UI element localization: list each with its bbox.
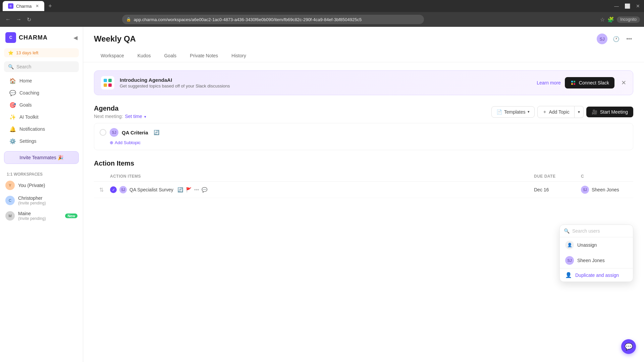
action-title-text: QA Specialist Survey xyxy=(129,187,173,192)
dropdown-item-duplicate[interactable]: 👤 Duplicate and assign xyxy=(560,268,633,282)
action-title-cell: ✓ SJ QA Specialist Survey 🔄 🚩 ••• 💬 xyxy=(110,186,534,193)
sidebar-item-label: Coaching xyxy=(19,90,39,96)
forward-btn[interactable]: → xyxy=(15,15,23,24)
col-action-items: Action Items xyxy=(110,174,534,179)
banner-title: Introducing AgendaAI xyxy=(120,77,531,83)
tab-kudos[interactable]: Kudos xyxy=(131,50,158,62)
window-controls: — ⬜ ✕ xyxy=(613,3,641,9)
page-title: Weekly QA xyxy=(94,34,136,44)
page-content: Introducing AgendaAI Get suggested topic… xyxy=(83,62,644,362)
templates-btn[interactable]: 📄 Templates ▾ xyxy=(491,106,535,118)
unassign-label: Unassign xyxy=(577,242,597,248)
action-items-title: Action Items xyxy=(94,160,633,167)
browser-tab[interactable]: C Charma ✕ xyxy=(3,1,44,11)
add-topic-btn[interactable]: ＋ Add Topic xyxy=(537,106,575,118)
goals-icon: 🎯 xyxy=(9,102,16,108)
add-topic-split-btn[interactable]: ▾ xyxy=(575,106,584,118)
dropdown-search-box[interactable]: 🔍 xyxy=(560,225,633,237)
connect-slack-label: Connect Slack xyxy=(579,80,609,85)
sidebar-search[interactable]: 🔍 Search xyxy=(4,61,79,72)
plus-subtopic-icon: ⊕ xyxy=(110,140,113,145)
reload-btn[interactable]: ↻ xyxy=(25,15,33,24)
chat-bubble-btn[interactable]: 💬 xyxy=(621,339,636,354)
action-comment-icon[interactable]: 💬 xyxy=(202,187,207,192)
start-meeting-btn[interactable]: 🎥 Start Meeting xyxy=(586,107,633,117)
banner-close-btn[interactable]: ✕ xyxy=(621,79,626,86)
set-time-link[interactable]: Set time ▾ xyxy=(125,114,146,119)
row-drag-handle[interactable]: ⇅ xyxy=(99,187,110,193)
sidebar-item-notifications[interactable]: 🔔 Notifications xyxy=(3,123,80,135)
topic-checkbox[interactable] xyxy=(100,129,106,136)
sidebar-item-label: AI Toolkit xyxy=(19,114,39,120)
workspace-name-maine: Maine (Invite pending) xyxy=(18,211,46,221)
home-icon: 🏠 xyxy=(9,77,16,84)
more-options-icon[interactable]: ••• xyxy=(625,35,633,43)
svg-rect-4 xyxy=(108,83,112,87)
minimize-btn[interactable]: — xyxy=(613,3,620,9)
tab-workspace[interactable]: Workspace xyxy=(94,50,131,62)
col-due-date: Due Date xyxy=(534,174,581,179)
sidebar: C CHARMA ◀ ⭐ 13 days left 🔍 Search 🏠 Hom… xyxy=(0,27,83,362)
workspace-item-you[interactable]: Y You (Private) xyxy=(0,178,83,193)
tab-history[interactable]: History xyxy=(225,50,253,62)
extensions-icon[interactable]: 🧩 xyxy=(607,16,614,23)
sidebar-item-home[interactable]: 🏠 Home xyxy=(3,75,80,87)
settings-icon: ⚙️ xyxy=(9,138,16,144)
banner-actions: Learn more Connect Slack ✕ xyxy=(537,77,626,88)
avatar-you: Y xyxy=(5,181,15,190)
close-window-btn[interactable]: ✕ xyxy=(635,3,641,9)
tab-close-btn[interactable]: ✕ xyxy=(36,4,39,8)
workspace-item-maine[interactable]: M Maine (Invite pending) New xyxy=(0,208,83,224)
coaching-icon: 💬 xyxy=(9,89,16,96)
new-tab-btn[interactable]: + xyxy=(48,3,52,10)
tab-goals[interactable]: Goals xyxy=(157,50,183,62)
sidebar-item-settings[interactable]: ⚙️ Settings xyxy=(3,135,80,147)
agenda-ai-banner: Introducing AgendaAI Get suggested topic… xyxy=(94,70,633,95)
avatar-maine: M xyxy=(5,211,15,221)
action-checkbox[interactable]: ✓ xyxy=(110,186,117,193)
url-bar[interactable]: 🔒 app.charma.com/workspaces/a6e00ac2-1ac… xyxy=(122,15,424,24)
svg-rect-1 xyxy=(104,79,107,82)
action-items-section: Action Items Action Items Due Date C ⇅ ✓… xyxy=(94,160,633,198)
tab-favicon: C xyxy=(8,3,13,9)
maximize-btn[interactable]: ⬜ xyxy=(624,3,631,9)
url-text: app.charma.com/workspaces/a6e00ac2-1ac0-… xyxy=(134,17,420,22)
new-badge: New xyxy=(65,214,77,218)
page-title-row: Weekly QA SJ 🕐 ••• xyxy=(94,34,633,44)
topic-title: QA Criteria xyxy=(122,130,148,135)
assignee-cell[interactable]: SJ Sheen Jones xyxy=(581,186,628,194)
dropdown-item-sheen-jones[interactable]: SJ Sheen Jones xyxy=(560,253,633,268)
star-icon[interactable]: ☆ xyxy=(600,16,605,23)
action-flag-icon[interactable]: 🚩 xyxy=(186,187,192,192)
back-btn[interactable]: ← xyxy=(4,15,12,24)
banner-text: Introducing AgendaAI Get suggested topic… xyxy=(120,77,531,88)
sidebar-collapse-btn[interactable]: ◀ xyxy=(73,35,77,41)
action-more-icon[interactable]: ••• xyxy=(194,187,199,192)
sidebar-item-coaching[interactable]: 💬 Coaching xyxy=(3,87,80,99)
charma-logo: C CHARMA xyxy=(5,32,48,43)
invite-teammates-btn[interactable]: Invite Teammates 🎉 xyxy=(4,151,79,164)
history-icon[interactable]: 🕐 xyxy=(611,35,621,44)
search-users-input[interactable] xyxy=(572,228,631,234)
user-avatar-btn[interactable]: SJ xyxy=(597,34,607,44)
tab-private-notes[interactable]: Private Notes xyxy=(183,50,225,62)
assignee-name: Sheen Jones xyxy=(592,187,619,192)
browser-chrome: C Charma ✕ + — ⬜ ✕ xyxy=(0,0,644,12)
svg-rect-6 xyxy=(574,81,575,82)
plus-icon: ＋ xyxy=(542,109,547,115)
learn-more-link[interactable]: Learn more xyxy=(537,80,561,85)
dropdown-item-unassign[interactable]: 👤 Unassign xyxy=(560,237,633,253)
sidebar-item-ai-toolkit[interactable]: ✨ AI Toolkit xyxy=(3,111,80,123)
next-meeting-label: Next meeting: xyxy=(94,114,123,119)
table-row: ⇅ ✓ SJ QA Specialist Survey 🔄 🚩 ••• 💬 De… xyxy=(94,182,633,198)
action-assignee-avatar-inline: SJ xyxy=(119,186,127,193)
connect-slack-btn[interactable]: Connect Slack xyxy=(565,77,614,88)
trial-icon: ⭐ xyxy=(8,50,13,55)
svg-rect-2 xyxy=(108,79,112,82)
workspace-item-christopher[interactable]: C Christopher (Invite pending) xyxy=(0,193,83,208)
workspace-name-christopher: Christopher (Invite pending) xyxy=(18,195,46,205)
add-subtopic-btn[interactable]: ⊕ Add Subtopic xyxy=(110,140,628,145)
incognito-badge: Incognito xyxy=(617,16,640,23)
sidebar-item-goals[interactable]: 🎯 Goals xyxy=(3,99,80,111)
logo-text: CHARMA xyxy=(19,34,48,41)
